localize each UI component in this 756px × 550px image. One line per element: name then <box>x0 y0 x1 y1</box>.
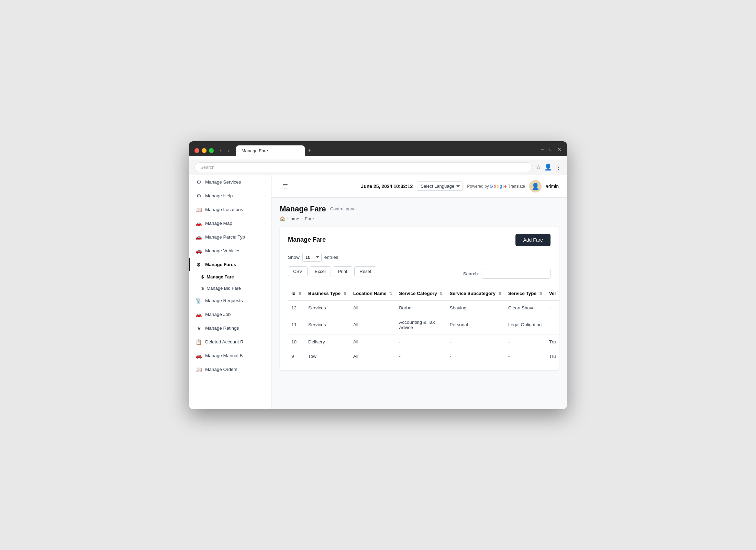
cell-vel: - <box>546 315 559 334</box>
sidebar-item-manage-vehicles[interactable]: 🚗 Manage Vehicles <box>189 244 271 258</box>
cell-service_type: - <box>505 334 546 349</box>
sidebar-item-manage-manual[interactable]: 🚗 Manage Manual B <box>189 349 271 363</box>
minimize-traffic-light[interactable] <box>202 148 207 153</box>
user-icon[interactable]: 👤 <box>544 163 552 171</box>
sort-icon-service-category: ⇅ <box>440 292 443 296</box>
reset-button[interactable]: Reset <box>354 266 376 276</box>
bid-fare-icon: $ <box>201 286 204 291</box>
orders-icon: 📖 <box>196 366 202 373</box>
col-id[interactable]: Id ⇅ <box>288 287 305 300</box>
entries-select[interactable]: 10 25 50 100 <box>302 253 322 262</box>
breadcrumb-current: Fare <box>305 216 314 221</box>
sidebar-item-manage-locations[interactable]: 📖 Manage Locations <box>189 203 271 217</box>
col-business-type[interactable]: Business Type ⇅ <box>305 287 350 300</box>
restore-btn[interactable]: □ <box>549 146 552 152</box>
job-icon: 🚗 <box>196 311 202 318</box>
sidebar-label: Manage Services <box>205 179 241 185</box>
main-card: Manage Fare Add Fare Show 10 25 50 100 e… <box>280 227 559 370</box>
oogle-text: o <box>494 184 496 189</box>
sidebar-item-deleted-account[interactable]: 📋 Deleted Account R <box>189 335 271 349</box>
traffic-lights <box>194 148 214 153</box>
sidebar-sub-item-manage-bid-fare[interactable]: $ Manage Bid Fare <box>189 283 271 294</box>
google-g: G <box>490 184 493 189</box>
language-select[interactable]: Select Language English French <box>417 182 463 191</box>
browser-chrome: ‹ › Manage Fare + − □ ✕ <box>189 141 567 156</box>
requests-icon: 📡 <box>196 298 202 304</box>
arrow-icon: › <box>264 194 266 198</box>
address-bar[interactable]: Search <box>194 162 532 172</box>
cell-service_category: - <box>396 334 446 349</box>
sidebar-item-manage-requests[interactable]: 📡 Manage Requests <box>189 294 271 308</box>
forward-arrow[interactable]: › <box>226 147 232 154</box>
close-btn[interactable]: ✕ <box>557 146 562 153</box>
sidebar-sub-item-manage-fare[interactable]: $ Manage Fare <box>189 271 271 283</box>
sidebar-label: Manage Ratings <box>205 326 239 331</box>
sidebar-item-manage-ratings[interactable]: ★ Manage Ratings <box>189 321 271 335</box>
sidebar-label: Manage Manual B <box>205 353 243 358</box>
sort-icon-service-type: ⇅ <box>539 292 542 296</box>
top-header: ☰ June 25, 2024 10:32:12 Select Language… <box>271 175 567 198</box>
table-row[interactable]: 11ServicesAllAccounting & Tax AdvicePers… <box>288 315 559 334</box>
sidebar-label: Manage Orders <box>205 367 237 372</box>
sidebar-item-manage-services[interactable]: ⚙ Manage Services › <box>189 175 271 189</box>
search-input[interactable] <box>482 269 551 279</box>
col-location-name[interactable]: Location Name ⇅ <box>350 287 396 300</box>
sidebar-item-manage-job[interactable]: 🚗 Manage Job <box>189 308 271 321</box>
sidebar-item-manage-orders[interactable]: 📖 Manage Orders <box>189 363 271 376</box>
cell-service_category: Accounting & Tax Advice <box>396 315 446 334</box>
minimize-btn[interactable]: − <box>541 146 545 153</box>
search-row: Search: <box>463 269 551 279</box>
table-row[interactable]: 9TowAll---Tru <box>288 349 559 363</box>
print-button[interactable]: Print <box>333 266 353 276</box>
close-traffic-light[interactable] <box>194 148 199 153</box>
table-row[interactable]: 12ServicesAllBarberShavingClean Shave- <box>288 300 559 315</box>
deleted-icon: 📋 <box>196 339 202 345</box>
sidebar-item-manage-parcel-type[interactable]: 🚗 Manage Parcel Typ <box>189 230 271 244</box>
table-head: Id ⇅ Business Type ⇅ Location Name ⇅ Ser… <box>288 287 559 300</box>
new-tab-button[interactable]: + <box>305 146 314 156</box>
sidebar: ⚙ Manage Services › ⚙ Manage Help › 📖 Ma… <box>189 175 271 409</box>
cell-vel: Tru <box>546 334 559 349</box>
excel-button[interactable]: Excel <box>310 266 331 276</box>
col-service-type[interactable]: Service Type ⇅ <box>505 287 546 300</box>
header-right: June 25, 2024 10:32:12 Select Language E… <box>361 180 559 192</box>
cell-vel: - <box>546 300 559 315</box>
back-arrow[interactable]: ‹ <box>218 147 224 154</box>
active-tab[interactable]: Manage Fare <box>236 145 305 156</box>
breadcrumb-separator: › <box>301 216 303 221</box>
table-row[interactable]: 10DeliveryAll---Tru <box>288 334 559 349</box>
toolbar-icons: ☆ 👤 ⋮ <box>536 163 562 171</box>
menu-icon[interactable]: ⋮ <box>555 163 562 171</box>
sidebar-label: Manage Job <box>205 312 231 317</box>
col-service-category[interactable]: Service Category ⇅ <box>396 287 446 300</box>
card-header: Manage Fare Add Fare <box>288 234 551 246</box>
ratings-icon: ★ <box>196 325 202 331</box>
hamburger-button[interactable]: ☰ <box>280 181 291 191</box>
cell-service_subcategory: - <box>446 334 504 349</box>
cell-business_type: Services <box>305 300 350 315</box>
maximize-traffic-light[interactable] <box>209 148 214 153</box>
sidebar-label: Deleted Account R <box>205 339 244 344</box>
cell-id: 12 <box>288 300 305 315</box>
cell-service_category: - <box>396 349 446 363</box>
bookmark-icon[interactable]: ☆ <box>536 164 541 170</box>
sort-icon-location-name: ⇅ <box>389 292 392 296</box>
breadcrumb-home[interactable]: Home <box>287 216 299 221</box>
add-fare-button[interactable]: Add Fare <box>515 234 551 246</box>
table-controls-top: Show 10 25 50 100 entries <box>288 253 551 262</box>
cell-service_subcategory: Personal <box>446 315 504 334</box>
breadcrumb: 🏠 Home › Fare <box>280 216 559 221</box>
table-controls-row: CSV Excel Print Reset Search: <box>288 266 551 281</box>
cell-service_type: - <box>505 349 546 363</box>
sidebar-item-manage-fares[interactable]: $ Manage Fares <box>189 258 271 271</box>
sidebar-item-manage-map[interactable]: 🚗 Manage Map › <box>189 217 271 230</box>
sort-icon-business-type: ⇅ <box>343 292 346 296</box>
col-service-subcategory[interactable]: Service Subcategory ⇅ <box>446 287 504 300</box>
entries-label: entries <box>324 255 338 260</box>
page-title-text: Manage Fare <box>280 205 326 213</box>
csv-button[interactable]: CSV <box>288 266 308 276</box>
avatar-emoji: 👤 <box>532 183 539 190</box>
cell-location_name: All <box>350 349 396 363</box>
cell-business_type: Delivery <box>305 334 350 349</box>
sidebar-item-manage-help[interactable]: ⚙ Manage Help › <box>189 189 271 203</box>
